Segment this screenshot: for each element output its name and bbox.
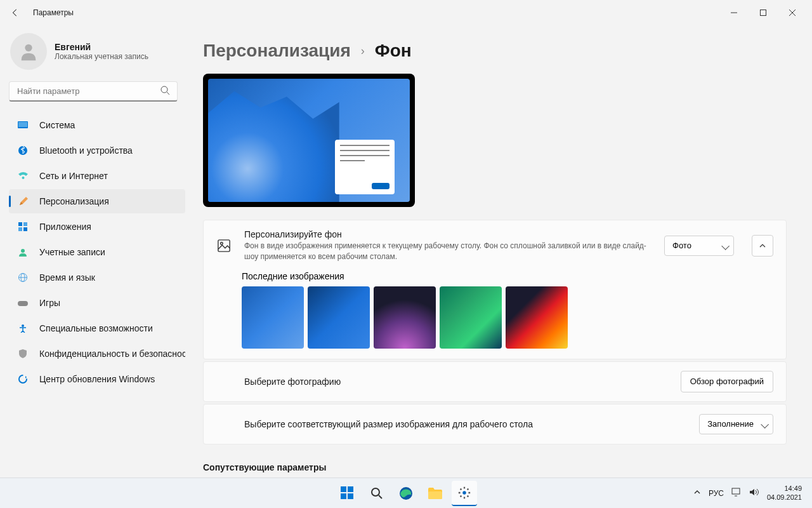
svg-rect-12 bbox=[23, 222, 27, 226]
windows-icon bbox=[341, 486, 355, 500]
svg-point-10 bbox=[22, 177, 24, 179]
recent-image-thumb[interactable] bbox=[242, 286, 304, 349]
svg-rect-25 bbox=[341, 486, 346, 492]
bluetooth-icon bbox=[18, 145, 28, 156]
row演description: Фон в виде изображения применяется к тек… bbox=[244, 241, 652, 262]
sidebar-item-time-language[interactable]: Время и язык bbox=[9, 265, 185, 290]
image-icon bbox=[216, 239, 232, 253]
personalize-background-card: Персонализируйте фон Фон в виде изображе… bbox=[203, 220, 787, 359]
sidebar-item-label: Система bbox=[39, 120, 75, 130]
row-title: Персонализируйте фон bbox=[244, 229, 652, 239]
svg-point-33 bbox=[462, 491, 466, 495]
apps-icon bbox=[18, 222, 28, 232]
minimize-button[interactable] bbox=[719, 3, 749, 23]
sidebar-item-label: Специальные возможности bbox=[39, 323, 153, 333]
svg-line-30 bbox=[379, 495, 382, 498]
row-title: Выберите соответствующий размер изображе… bbox=[244, 419, 686, 429]
recent-image-thumb[interactable] bbox=[506, 286, 568, 349]
breadcrumb-parent[interactable]: Персонализация bbox=[203, 41, 351, 61]
user-subtitle: Локальная учетная запись bbox=[55, 52, 148, 61]
recent-image-thumb[interactable] bbox=[440, 286, 502, 349]
background-type-dropdown[interactable]: Фото bbox=[664, 236, 734, 256]
svg-point-20 bbox=[22, 324, 24, 327]
explorer-button[interactable] bbox=[422, 481, 448, 506]
main-content: Персонализация › Фон Персонализируйте фо… bbox=[190, 25, 812, 478]
row-title: Выберите фотографию bbox=[244, 377, 668, 387]
sidebar-item-bluetooth[interactable]: Bluetooth и устройства bbox=[9, 138, 185, 163]
update-icon bbox=[18, 374, 28, 384]
recent-images-label: Последние изображения bbox=[242, 271, 773, 281]
sidebar-item-label: Bluetooth и устройства bbox=[39, 145, 133, 156]
choose-photo-row: Выберите фотографию Обзор фотографий bbox=[203, 361, 787, 402]
search-icon bbox=[370, 487, 383, 500]
browse-photos-button[interactable]: Обзор фотографий bbox=[681, 371, 773, 392]
collapse-button[interactable] bbox=[752, 235, 773, 257]
chevron-up-icon bbox=[759, 242, 766, 250]
close-icon bbox=[789, 10, 796, 16]
wifi-icon bbox=[18, 171, 28, 181]
svg-rect-13 bbox=[18, 227, 22, 231]
sidebar-item-personalization[interactable]: Персонализация bbox=[9, 189, 185, 213]
search-button[interactable] bbox=[364, 481, 390, 506]
sidebar-item-label: Время и язык bbox=[39, 272, 95, 283]
search-input[interactable] bbox=[9, 81, 178, 102]
sidebar-item-gaming[interactable]: Игры bbox=[9, 291, 185, 315]
sidebar: Евгений Локальная учетная запись Система… bbox=[0, 25, 190, 478]
breadcrumb-current: Фон bbox=[375, 41, 412, 61]
sidebar-item-privacy[interactable]: Конфиденциальность и безопасность bbox=[9, 342, 185, 366]
svg-rect-1 bbox=[761, 10, 766, 16]
recent-image-thumb[interactable] bbox=[374, 286, 436, 349]
fit-dropdown[interactable]: Заполнение bbox=[699, 414, 773, 434]
volume-icon[interactable] bbox=[749, 488, 759, 498]
tray-chevron-icon[interactable] bbox=[693, 488, 701, 498]
user-name: Евгений bbox=[55, 42, 148, 52]
svg-rect-27 bbox=[341, 493, 346, 499]
svg-rect-26 bbox=[348, 486, 353, 492]
recent-images-row bbox=[242, 286, 773, 349]
close-button[interactable] bbox=[778, 3, 807, 23]
sidebar-item-label: Персонализация bbox=[39, 196, 109, 206]
account-icon bbox=[18, 247, 28, 257]
gear-icon bbox=[457, 486, 471, 500]
sidebar-item-windows-update[interactable]: Центр обновления Windows bbox=[9, 367, 185, 391]
start-button[interactable] bbox=[335, 481, 360, 506]
sidebar-item-label: Приложения bbox=[39, 222, 91, 232]
network-icon[interactable] bbox=[731, 488, 742, 498]
maximize-icon bbox=[760, 10, 766, 16]
svg-point-15 bbox=[21, 249, 25, 253]
user-block[interactable]: Евгений Локальная учетная запись bbox=[9, 33, 185, 70]
svg-rect-28 bbox=[348, 493, 353, 499]
sidebar-item-label: Сеть и Интернет bbox=[39, 171, 108, 181]
language-indicator[interactable]: РУС bbox=[709, 489, 724, 498]
clock[interactable]: 14:49 04.09.2021 bbox=[767, 485, 802, 501]
sidebar-item-apps[interactable]: Приложения bbox=[9, 215, 185, 239]
edge-icon bbox=[399, 486, 413, 500]
sidebar-item-system[interactable]: Система bbox=[9, 113, 185, 137]
svg-rect-34 bbox=[732, 488, 740, 494]
sidebar-item-label: Учетные записи bbox=[39, 247, 105, 257]
settings-button[interactable] bbox=[452, 481, 477, 506]
sidebar-item-network[interactable]: Сеть и Интернет bbox=[9, 164, 185, 188]
desktop-preview bbox=[203, 74, 415, 207]
gamepad-icon bbox=[18, 298, 28, 308]
svg-rect-11 bbox=[18, 222, 22, 226]
arrow-left-icon bbox=[11, 8, 20, 17]
sidebar-item-accessibility[interactable]: Специальные возможности bbox=[9, 316, 185, 340]
maximize-button[interactable] bbox=[749, 3, 778, 23]
svg-rect-32 bbox=[428, 491, 442, 499]
accessibility-icon bbox=[18, 323, 28, 333]
edge-button[interactable] bbox=[393, 481, 419, 506]
svg-point-5 bbox=[161, 86, 167, 93]
svg-rect-14 bbox=[23, 227, 27, 231]
titlebar: Параметры bbox=[0, 0, 812, 25]
search-icon bbox=[160, 85, 170, 98]
folder-icon bbox=[428, 488, 442, 499]
sidebar-item-accounts[interactable]: Учетные записи bbox=[9, 240, 185, 264]
search-wrap bbox=[9, 81, 185, 102]
recent-image-thumb[interactable] bbox=[308, 286, 370, 349]
shield-icon bbox=[18, 349, 28, 359]
taskbar: РУС 14:49 04.09.2021 bbox=[0, 478, 812, 508]
sidebar-item-label: Игры bbox=[39, 298, 60, 308]
sidebar-item-label: Конфиденциальность и безопасность bbox=[39, 349, 185, 359]
back-button[interactable] bbox=[5, 3, 25, 23]
